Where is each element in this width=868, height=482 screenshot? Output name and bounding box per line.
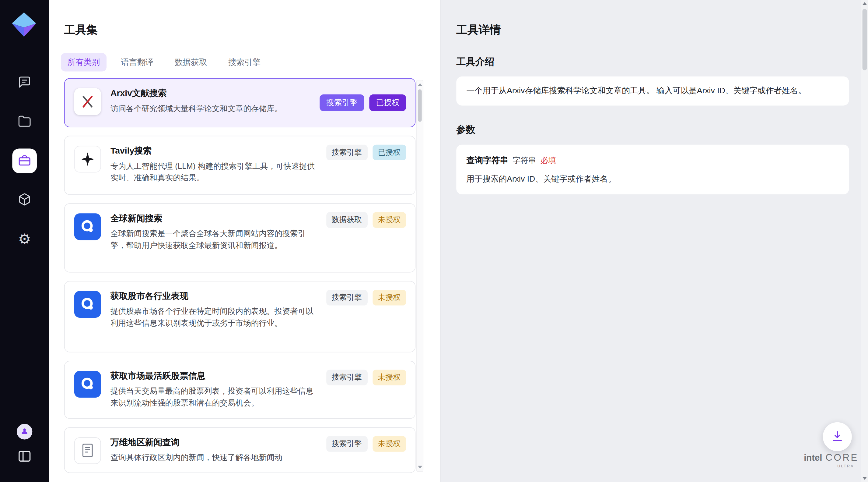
tool-card-most-active-stocks[interactable]: 获取市场最活跃股票信息 提供当天交易量最高的股票列表，投资者可以利用这些信息来识… bbox=[64, 361, 416, 419]
sidebar-item-models[interactable] bbox=[12, 188, 37, 212]
param-card: 查询字符串字符串必填 用于搜索的Arxiv ID、关键字或作者姓名。 bbox=[456, 144, 849, 194]
user-avatar[interactable] bbox=[17, 424, 32, 440]
tool-name: 获取市场最活跃股票信息 bbox=[111, 370, 318, 382]
auth-status-tag[interactable]: 未授权 bbox=[372, 436, 406, 452]
scrollbar-thumb[interactable] bbox=[418, 89, 422, 121]
tool-card-tavily[interactable]: Tavily搜索 专为人工智能代理 (LLM) 构建的搜索引擎工具，可快速提供实… bbox=[64, 136, 416, 195]
avatar-person-icon bbox=[20, 426, 29, 437]
download-icon bbox=[831, 429, 844, 444]
news-search-icon bbox=[74, 213, 101, 240]
page-scrollbar-thumb[interactable] bbox=[863, 9, 867, 70]
folder-icon bbox=[18, 114, 31, 129]
intro-heading: 工具介绍 bbox=[456, 55, 849, 68]
param-type: 字符串 bbox=[513, 156, 536, 165]
tool-card-sector-performance[interactable]: 获取股市各行业表现 提供股票市场各个行业在特定时间段内的表现。投资者可以利用这些… bbox=[64, 281, 416, 352]
arxiv-icon bbox=[74, 88, 101, 115]
app-root: ⚙ 工具集 所有类别 语言翻译 数据获取 bbox=[0, 0, 868, 482]
tool-description: 专为人工智能代理 (LLM) 构建的搜索引擎工具，可快速提供实时、准确和真实的结… bbox=[111, 160, 318, 184]
page-scroll-up-arrow[interactable] bbox=[863, 2, 867, 5]
ultra-wordmark: ULTRA bbox=[806, 464, 857, 468]
news-search-icon bbox=[74, 371, 101, 398]
category-tag[interactable]: 搜索引擎 bbox=[326, 436, 367, 452]
category-tag[interactable]: 数据获取 bbox=[326, 212, 367, 228]
param-name: 查询字符串 bbox=[466, 155, 508, 165]
tab-translation[interactable]: 语言翻译 bbox=[115, 53, 160, 71]
category-tag[interactable]: 搜索引擎 bbox=[326, 370, 367, 385]
toolset-panel: 工具集 所有类别 语言翻译 数据获取 搜索引擎 Arxiv文献搜索 访问各个研究… bbox=[49, 0, 441, 482]
sidebar-item-files[interactable] bbox=[12, 109, 37, 134]
sidebar-item-tools[interactable] bbox=[12, 149, 37, 173]
tool-card-regional-news[interactable]: 万维地区新闻查询 查询具体行政区划内的新闻，快速了解各地新闻动 搜索引擎 未授权 bbox=[64, 427, 416, 473]
tab-search-engine[interactable]: 搜索引擎 bbox=[222, 53, 267, 71]
tool-card-global-news[interactable]: 全球新闻搜索 全球新闻搜索是一个聚合全球各大新闻网站内容的搜索引擎，帮助用户快速… bbox=[64, 203, 416, 273]
download-button[interactable] bbox=[823, 422, 852, 451]
param-header: 查询字符串字符串必填 bbox=[466, 154, 839, 167]
toolset-title: 工具集 bbox=[64, 22, 98, 37]
settings-gear-icon: ⚙ bbox=[18, 232, 31, 247]
chat-icon bbox=[18, 75, 31, 90]
param-description: 用于搜索的Arxiv ID、关键字或作者姓名。 bbox=[466, 173, 839, 185]
sidebar: ⚙ bbox=[0, 0, 49, 482]
intel-core-logo: intel core ULTRA bbox=[806, 452, 857, 468]
app-logo bbox=[11, 11, 37, 38]
tavily-star-icon bbox=[74, 146, 101, 172]
param-required-badge: 必填 bbox=[540, 156, 556, 165]
page-scroll-down-arrow[interactable] bbox=[863, 477, 867, 480]
auth-status-tag[interactable]: 未授权 bbox=[372, 290, 406, 305]
auth-status-tag[interactable]: 已授权 bbox=[372, 145, 406, 160]
briefcase-icon bbox=[18, 153, 31, 168]
category-tag[interactable]: 搜索引擎 bbox=[319, 94, 364, 111]
auth-status-tag[interactable]: 未授权 bbox=[372, 212, 406, 228]
tool-details-panel: 工具详情 工具介绍 一个用于从Arxiv存储库搜索科学论文和文章的工具。 输入可… bbox=[456, 0, 849, 194]
details-title: 工具详情 bbox=[456, 22, 849, 37]
category-tag[interactable]: 搜索引擎 bbox=[326, 145, 367, 160]
intel-wordmark: intel bbox=[804, 453, 822, 463]
scroll-up-arrow[interactable] bbox=[417, 83, 422, 86]
intro-card: 一个用于从Arxiv存储库搜索科学论文和文章的工具。 输入可以是Arxiv ID… bbox=[456, 77, 849, 106]
tool-description: 全球新闻搜索是一个聚合全球各大新闻网站内容的搜索引擎，帮助用户快速获取全球最新资… bbox=[111, 228, 318, 252]
sidebar-item-chat[interactable] bbox=[12, 70, 37, 95]
tab-data-fetch[interactable]: 数据获取 bbox=[168, 53, 214, 71]
tool-list: Arxiv文献搜索 访问各个研究领域大量科学论文和文章的存储库。 搜索引擎 已授… bbox=[64, 78, 416, 482]
category-tabs: 所有类别 语言翻译 数据获取 搜索引擎 bbox=[61, 53, 267, 71]
auth-status-tag[interactable]: 未授权 bbox=[372, 370, 406, 385]
core-wordmark: core bbox=[826, 452, 858, 464]
tool-description: 提供当天交易量最高的股票列表，投资者可以利用这些信息来识别流动性强的股票和潜在的… bbox=[111, 386, 318, 409]
tool-list-scrollbar bbox=[416, 80, 423, 472]
sidebar-item-settings[interactable]: ⚙ bbox=[12, 227, 37, 251]
tool-name: Tavily搜索 bbox=[111, 145, 318, 157]
collapse-panel-icon bbox=[17, 449, 32, 465]
tool-name: 获取股市各行业表现 bbox=[111, 290, 318, 302]
page-scrollbar bbox=[861, 0, 868, 482]
tab-all-categories[interactable]: 所有类别 bbox=[61, 53, 106, 71]
params-heading: 参数 bbox=[456, 123, 849, 136]
tool-name: Arxiv文献搜索 bbox=[111, 88, 318, 99]
tool-description: 访问各个研究领域大量科学论文和文章的存储库。 bbox=[111, 103, 318, 115]
category-tag[interactable]: 搜索引擎 bbox=[326, 290, 367, 305]
document-icon bbox=[74, 437, 101, 464]
tool-card-arxiv[interactable]: Arxiv文献搜索 访问各个研究领域大量科学论文和文章的存储库。 搜索引擎 已授… bbox=[64, 78, 416, 127]
tool-description: 提供股票市场各个行业在特定时间段内的表现。投资者可以利用这些信息来识别表现优于或… bbox=[111, 306, 318, 329]
auth-status-tag[interactable]: 已授权 bbox=[369, 94, 406, 111]
tool-name: 万维地区新闻查询 bbox=[111, 436, 318, 448]
intro-text: 一个用于从Arxiv存储库搜索科学论文和文章的工具。 输入可以是Arxiv ID… bbox=[466, 86, 806, 95]
scroll-down-arrow[interactable] bbox=[417, 466, 422, 469]
tool-name: 全球新闻搜索 bbox=[111, 212, 318, 224]
tool-description: 查询具体行政区划内的新闻，快速了解各地新闻动 bbox=[111, 452, 318, 464]
news-search-icon bbox=[74, 291, 101, 318]
collapse-panel-button[interactable] bbox=[12, 445, 37, 469]
cube-icon bbox=[18, 192, 31, 207]
